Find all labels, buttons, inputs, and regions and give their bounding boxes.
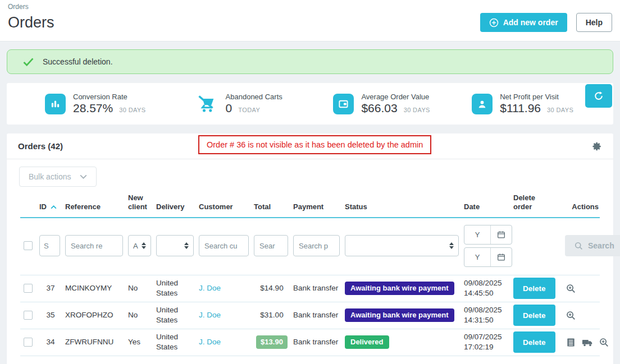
breadcrumb[interactable]: Orders — [8, 3, 612, 11]
select-arrows-icon — [449, 242, 454, 249]
column-header-id[interactable]: ID — [39, 202, 65, 211]
select-arrows-icon — [142, 242, 146, 249]
select-arrows-icon — [184, 242, 189, 249]
column-header-delivery[interactable]: Delivery — [156, 202, 199, 211]
column-header-actions: Actions — [572, 202, 600, 211]
select-all-checkbox[interactable] — [24, 241, 33, 250]
kpi-average-order-value: Average Order Value $66.03 30 DAYS — [333, 93, 472, 115]
refresh-button[interactable] — [585, 84, 612, 108]
kpi-period: 30 DAYS — [404, 107, 430, 113]
order-new-client: No — [128, 310, 156, 320]
column-header-delete-order: Delete order — [513, 193, 542, 212]
kpi-panel: Conversion Rate 28.57% 30 DAYS Abandoned… — [7, 83, 613, 125]
table-row: 34 ZFWRUFNNU Yes United States J. Doe $1… — [20, 329, 600, 356]
top-header: Orders Orders Add new order Help — [0, 0, 620, 42]
order-delivery: United States — [156, 305, 199, 325]
filter-total-input[interactable] — [254, 235, 288, 256]
table-row: 37 MCINKOYMY No United States J. Doe $14… — [20, 275, 600, 302]
order-reference: XROFOPHZO — [65, 310, 128, 320]
order-id: 34 — [39, 337, 65, 347]
delivery-truck-icon[interactable] — [582, 338, 593, 347]
column-header-status[interactable]: Status — [345, 202, 464, 211]
delete-button[interactable]: Delete — [513, 305, 555, 326]
delete-button[interactable]: Delete — [513, 331, 555, 353]
row-checkbox[interactable] — [24, 311, 33, 320]
column-header-date[interactable]: Date — [464, 202, 513, 211]
kpi-value: 28.57% — [73, 102, 113, 115]
order-delivery: United States — [156, 278, 199, 298]
kpi-value: $66.03 — [361, 102, 397, 115]
check-icon — [23, 58, 34, 66]
abandoned-cart-icon — [195, 93, 218, 115]
filter-reference-input[interactable] — [65, 235, 123, 256]
zoom-in-icon[interactable] — [566, 284, 576, 293]
order-payment: Bank transfer — [293, 337, 345, 347]
wallet-icon — [333, 94, 354, 114]
order-total: $31.00 — [254, 310, 293, 320]
kpi-period: 30 DAYS — [547, 107, 573, 113]
refresh-icon — [593, 90, 604, 102]
order-new-client: Yes — [128, 337, 156, 347]
bar-chart-icon — [45, 94, 66, 114]
filter-row: A Y — [20, 218, 600, 275]
zoom-in-icon[interactable] — [599, 338, 609, 347]
filter-date-to[interactable]: Y — [464, 247, 512, 267]
help-button[interactable]: Help — [576, 13, 612, 32]
status-badge: Awaiting bank wire payment — [345, 282, 454, 296]
total-paid-badge: $13.90 — [256, 335, 288, 349]
kpi-value: $111.96 — [500, 102, 541, 115]
filter-payment-input[interactable] — [293, 235, 340, 256]
orders-panel: Order # 36 is not visible as it has been… — [7, 133, 613, 364]
customer-link[interactable]: J. Doe — [199, 311, 221, 319]
order-id: 37 — [39, 283, 65, 293]
filter-customer-input[interactable] — [199, 235, 249, 256]
kpi-conversion-rate: Conversion Rate 28.57% 30 DAYS — [45, 93, 195, 115]
order-payment: Bank transfer — [293, 310, 345, 320]
customer-link[interactable]: J. Doe — [199, 338, 221, 346]
calendar-icon[interactable] — [491, 253, 512, 261]
search-icon — [575, 242, 583, 250]
chevron-down-icon — [80, 174, 87, 179]
column-header-total[interactable]: Total — [254, 202, 293, 211]
delete-button[interactable]: Delete — [513, 278, 555, 299]
order-new-client: No — [128, 283, 156, 293]
settings-button[interactable] — [592, 141, 602, 151]
row-checkbox[interactable] — [24, 338, 33, 347]
sort-asc-icon — [51, 205, 57, 209]
kpi-period: 30 DAYS — [119, 107, 145, 113]
search-button[interactable]: Search — [565, 235, 620, 256]
customer-link[interactable]: J. Doe — [199, 284, 221, 292]
plus-circle-icon — [489, 18, 499, 27]
order-date: 09/08/202514:45:50 — [464, 278, 513, 298]
invoice-icon[interactable] — [566, 338, 576, 347]
row-checkbox[interactable] — [24, 284, 33, 293]
orders-panel-title: Orders (42) — [18, 141, 63, 151]
table-header-row: ID Reference New client Delivery Custome… — [20, 193, 600, 218]
add-new-order-button[interactable]: Add new order — [480, 13, 567, 32]
filter-new-client-select[interactable]: A — [128, 235, 151, 256]
kpi-period: TODAY — [238, 107, 260, 113]
bulk-actions-dropdown[interactable]: Bulk actions — [19, 167, 97, 187]
kpi-abandoned-carts: Abandoned Carts 0 TODAY — [195, 93, 334, 115]
order-id: 35 — [39, 310, 65, 320]
filter-date-from[interactable]: Y — [464, 225, 512, 245]
filter-id-input[interactable] — [39, 235, 60, 256]
column-header-new-client[interactable]: New client — [128, 193, 156, 212]
kpi-value: 0 — [226, 102, 233, 115]
calendar-icon[interactable] — [491, 231, 512, 239]
column-header-customer[interactable]: Customer — [199, 202, 254, 211]
filter-delivery-select[interactable] — [156, 235, 194, 256]
annotation-box: Order # 36 is not visible as it has been… — [198, 135, 431, 154]
column-header-reference[interactable]: Reference — [65, 202, 128, 211]
status-badge: Delivered — [345, 335, 389, 349]
order-delivery: United States — [156, 332, 199, 352]
gear-icon — [592, 141, 602, 151]
order-date: 09/07/202517:02:19 — [464, 332, 513, 352]
alert-message: Successful deletion. — [43, 57, 113, 66]
order-reference: MCINKOYMY — [65, 283, 128, 293]
table-row: 35 XROFOPHZO No United States J. Doe $31… — [20, 302, 600, 329]
column-header-payment[interactable]: Payment — [293, 202, 345, 211]
order-total: $14.90 — [254, 283, 293, 293]
zoom-in-icon[interactable] — [566, 311, 576, 320]
filter-status-select[interactable] — [345, 235, 459, 256]
